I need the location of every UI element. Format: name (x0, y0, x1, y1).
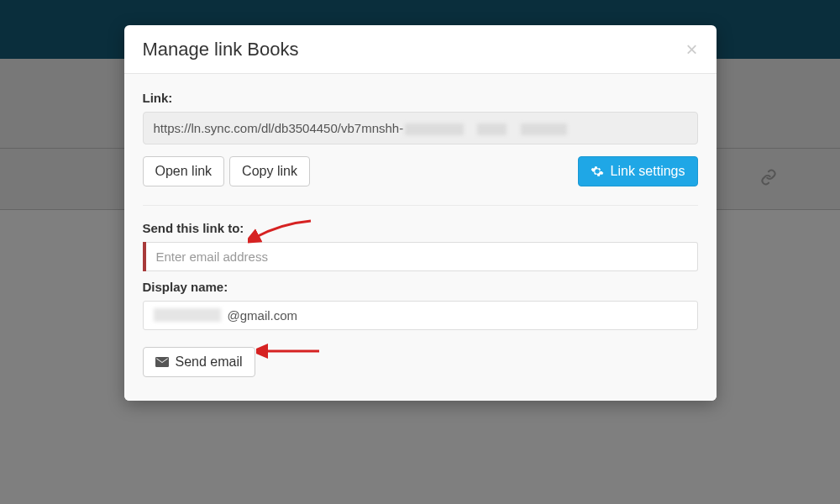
redacted-segment (477, 123, 507, 135)
send-email-button[interactable]: Send email (143, 347, 255, 377)
send-email-label: Send email (176, 354, 243, 370)
send-to-label: Send this link to: (143, 221, 698, 235)
email-input[interactable] (146, 242, 698, 271)
display-name-wrapper (143, 301, 698, 340)
link-url-text: https://ln.sync.com/dl/db3504450/vb7mnsh… (154, 121, 404, 135)
copy-link-button[interactable]: Copy link (229, 156, 310, 186)
left-button-group: Open link Copy link (143, 156, 310, 186)
redacted-segment (405, 123, 464, 135)
close-button[interactable]: × (685, 39, 697, 60)
modal-header: Manage link Books × (124, 25, 717, 74)
close-icon: × (685, 38, 697, 60)
redacted-segment (521, 123, 567, 135)
open-link-button[interactable]: Open link (143, 156, 225, 186)
envelope-icon (155, 356, 169, 368)
modal-body: Link: https://ln.sync.com/dl/db3504450/v… (124, 74, 717, 401)
modal-overlay[interactable]: Manage link Books × Link: https://ln.syn… (0, 0, 840, 504)
display-name-input[interactable] (143, 301, 698, 330)
gear-icon (591, 165, 604, 178)
link-label: Link: (143, 91, 698, 105)
link-settings-label: Link settings (611, 164, 685, 179)
display-name-label: Display name: (143, 280, 698, 294)
modal-title: Manage link Books (143, 39, 299, 60)
redacted-name (154, 308, 221, 322)
link-settings-button[interactable]: Link settings (578, 156, 698, 186)
email-input-wrapper (143, 242, 698, 271)
link-url-field[interactable]: https://ln.sync.com/dl/db3504450/vb7mnsh… (143, 112, 698, 144)
button-row: Open link Copy link Link settings (143, 156, 698, 206)
manage-link-modal: Manage link Books × Link: https://ln.syn… (124, 25, 717, 401)
